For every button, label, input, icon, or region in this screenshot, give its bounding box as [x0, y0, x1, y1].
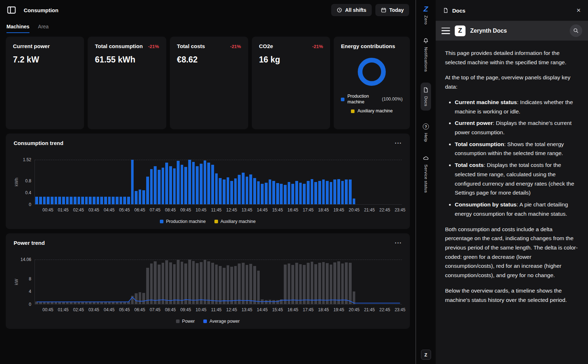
- y-axis-ticks: 04814.06: [19, 260, 34, 304]
- x-tick-label: 12:45: [226, 207, 237, 213]
- zerynth-docs-logo[interactable]: Z: [455, 25, 466, 36]
- rail-item-docs[interactable]: Docs: [421, 83, 431, 111]
- chart-bar: [230, 181, 233, 204]
- delta-badge: -21%: [312, 44, 323, 49]
- chart-bar: [169, 166, 172, 204]
- x-tick-label: 11:45: [211, 307, 222, 312]
- x-tick-label: 07:45: [150, 307, 161, 312]
- y-tick-label: 14.06: [20, 257, 31, 262]
- legend-item-average-power: Average power: [203, 319, 240, 324]
- chart-bar: [219, 178, 222, 204]
- docs-paragraph: This page provides detailed information …: [445, 48, 579, 67]
- x-tick-label: 14:45: [257, 307, 268, 312]
- energy-contributions-card: Energy contributions Production machine …: [334, 37, 410, 129]
- chart-bar: [112, 197, 115, 204]
- chart-bar: [227, 177, 230, 204]
- chart-bar: [291, 184, 294, 204]
- y-axis-ticks: 00.40.81.52: [19, 160, 34, 205]
- dashboard-content: Current power 7.2 kW Total consumption -…: [0, 33, 416, 364]
- chart-bar: [173, 168, 176, 204]
- energy-donut-chart: [358, 58, 386, 86]
- chart-bar: [253, 178, 256, 204]
- tab-area[interactable]: Area: [38, 24, 49, 33]
- help-icon: ?: [423, 123, 429, 130]
- chart-bar: [131, 160, 134, 204]
- tab-machines[interactable]: Machines: [6, 24, 29, 33]
- y-tick-label: 0.4: [25, 190, 31, 195]
- chart-bar: [135, 191, 138, 204]
- rail-item-zero[interactable]: Zero: [424, 15, 428, 25]
- x-tick-label: 15:45: [272, 307, 283, 312]
- x-tick-label: 13:45: [241, 307, 252, 312]
- chart-bar: [181, 165, 184, 204]
- today-button[interactable]: Today: [375, 4, 409, 16]
- all-shifts-button[interactable]: All shifts: [331, 4, 372, 16]
- rail-item-notifications[interactable]: Notifications: [423, 38, 429, 72]
- chart-menu-button[interactable]: ···: [395, 140, 402, 146]
- chart-bar: [280, 184, 283, 204]
- chart-bar: [150, 169, 153, 204]
- chart-bar: [311, 179, 314, 204]
- chart-title: Power trend: [14, 240, 45, 246]
- rail-item-service-status[interactable]: Service status: [423, 155, 429, 193]
- zerynth-badge-icon[interactable]: Z: [421, 350, 431, 360]
- kpi-cards-row: Current power 7.2 kW Total consumption -…: [6, 37, 410, 129]
- chart-bar: [62, 197, 65, 204]
- chart-bar: [43, 197, 46, 204]
- chart-bar: [162, 168, 165, 204]
- y-tick-label: 4: [29, 289, 31, 294]
- chart-bar: [322, 179, 325, 204]
- x-tick-label: 13:45: [241, 207, 252, 213]
- chart-bar: [100, 197, 103, 204]
- x-tick-label: 09:45: [180, 307, 191, 312]
- x-tick-label: 04:45: [104, 207, 115, 213]
- x-tick-label: 17:45: [303, 207, 314, 213]
- chart-bar: [93, 197, 96, 204]
- y-tick-label: 0: [29, 202, 31, 207]
- x-tick-label: 16:45: [287, 207, 298, 213]
- chart-bar: [349, 179, 352, 204]
- x-tick-label: 10:45: [196, 307, 207, 312]
- card-title: CO2e: [259, 43, 273, 49]
- legend-label: Production machine: [166, 219, 205, 224]
- chart-bar: [177, 161, 180, 204]
- chart-bar: [204, 160, 207, 204]
- chart-bar: [353, 199, 356, 204]
- menu-icon[interactable]: [441, 28, 450, 34]
- chart-bar: [333, 179, 336, 204]
- sidebar-toggle-icon[interactable]: [6, 5, 17, 15]
- x-tick-label: 08:45: [165, 307, 176, 312]
- chart-bar: [249, 174, 252, 204]
- rail-item-help[interactable]: ? Help: [423, 123, 429, 142]
- chart-bar: [314, 182, 317, 204]
- total-consumption-value: 61.55 kWh: [95, 55, 159, 65]
- x-tick-label: 03:45: [88, 307, 99, 312]
- x-tick-label: 19:45: [333, 307, 344, 312]
- total-costs-value: €8.62: [177, 55, 241, 65]
- chart-bar: [142, 190, 145, 204]
- chart-bar: [158, 170, 161, 204]
- x-tick-label: 05:45: [119, 207, 130, 213]
- chart-bar: [78, 197, 80, 204]
- close-icon[interactable]: ✕: [576, 7, 581, 14]
- chart-bar: [265, 183, 268, 204]
- docs-list-item: Current power: Displays the machine’s cu…: [455, 118, 579, 137]
- x-tick-label: 08:45: [165, 207, 176, 213]
- legend-swatch: [214, 220, 218, 223]
- x-tick-label: 02:45: [73, 307, 84, 312]
- zerynth-logo-icon[interactable]: Z: [423, 5, 428, 13]
- docs-paragraph: Below the overview cards, a timeline sho…: [445, 286, 579, 304]
- search-button[interactable]: [570, 24, 582, 37]
- clock-icon: [337, 7, 342, 13]
- chart-bar: [261, 184, 264, 204]
- chart-bar: [104, 197, 107, 204]
- legend-swatch: [176, 319, 180, 323]
- chart-bar: [223, 179, 226, 204]
- x-tick-label: 21:45: [364, 207, 375, 213]
- x-tick-label: 10:45: [196, 207, 207, 213]
- chart-bar: [85, 197, 88, 204]
- chart-bar: [299, 183, 302, 204]
- average-line: [35, 260, 402, 304]
- chart-menu-button[interactable]: ···: [395, 240, 402, 246]
- x-tick-label: 23:45: [395, 307, 406, 312]
